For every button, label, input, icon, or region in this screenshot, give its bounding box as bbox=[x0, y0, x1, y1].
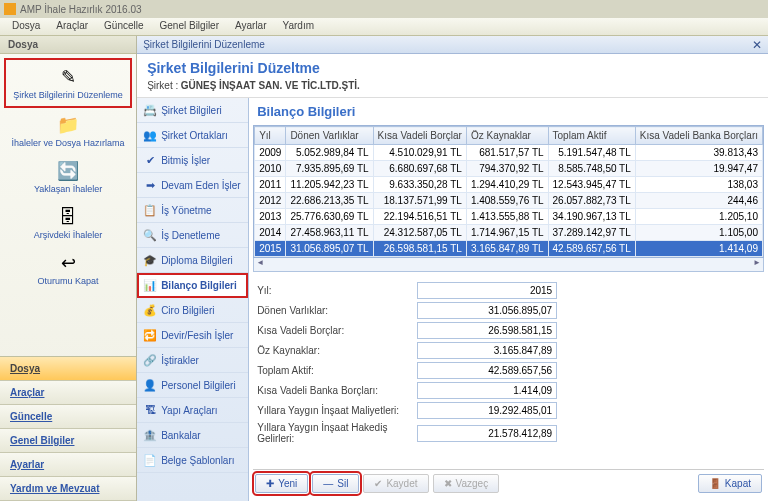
horizontal-scrollbar[interactable] bbox=[253, 258, 764, 272]
app-icon bbox=[4, 3, 16, 15]
column-header[interactable]: Kısa Vadeli Borçlar bbox=[373, 127, 466, 145]
quick-label: Yaklaşan İhaleler bbox=[34, 184, 102, 194]
table-row[interactable]: 201325.776.630,69 TL22.194.516,51 TL1.41… bbox=[255, 209, 763, 225]
form-label: Öz Kaynaklar: bbox=[257, 345, 417, 356]
cancel-icon: ✖ bbox=[444, 478, 452, 489]
form-value[interactable]: 42.589.657,56 bbox=[417, 362, 557, 379]
kaydet-button[interactable]: ✔Kaydet bbox=[363, 474, 428, 493]
menu-güncelle[interactable]: Güncelle bbox=[96, 18, 151, 35]
side-icon: 👤 bbox=[143, 378, 157, 392]
form-row: Yıl:2015 bbox=[257, 282, 760, 299]
nav-ayarlar[interactable]: Ayarlar bbox=[0, 453, 136, 477]
side-item[interactable]: 📇Şirket Bilgileri bbox=[137, 98, 248, 123]
form-row: Kısa Vadeli Borçlar:26.598.581,15 bbox=[257, 322, 760, 339]
yeni-button[interactable]: ✚Yeni bbox=[255, 474, 308, 493]
plus-icon: ✚ bbox=[266, 478, 274, 489]
column-header[interactable]: Kısa Vadeli Banka Borçları bbox=[635, 127, 762, 145]
workspace: Dosya ✎Şirket Bilgilerini Düzenleme📁İhal… bbox=[0, 36, 768, 501]
form-value[interactable]: 3.165.847,89 bbox=[417, 342, 557, 359]
side-item[interactable]: 📋İş Yönetme bbox=[137, 198, 248, 223]
side-icon: 🔗 bbox=[143, 353, 157, 367]
table-row[interactable]: 201427.458.963,11 TL24.312.587,05 TL1.71… bbox=[255, 225, 763, 241]
table-row[interactable]: 201531.056.895,07 TL26.598.581,15 TL3.16… bbox=[255, 241, 763, 257]
side-item[interactable]: 🔁Devir/Fesih İşler bbox=[137, 323, 248, 348]
quick-link[interactable]: 🗄Arşivdeki İhaleler bbox=[4, 200, 132, 246]
menu-genel bilgiler[interactable]: Genel Bilgiler bbox=[152, 18, 227, 35]
menu-ayarlar[interactable]: Ayarlar bbox=[227, 18, 275, 35]
dialog-body: 📇Şirket Bilgileri👥Şirket Ortakları✔Bitmi… bbox=[137, 98, 768, 501]
side-item[interactable]: ✔Bitmiş İşler bbox=[137, 148, 248, 173]
nav-güncelle[interactable]: Güncelle bbox=[0, 405, 136, 429]
app-title: AMP İhale Hazırlık 2016.03 bbox=[20, 4, 142, 15]
kapat-button[interactable]: 🚪Kapat bbox=[698, 474, 762, 493]
side-item[interactable]: 🔍İş Denetleme bbox=[137, 223, 248, 248]
content-heading: Bilanço Bilgileri bbox=[253, 102, 764, 125]
table-row[interactable]: 201222.686.213,35 TL18.137.571,99 TL1.40… bbox=[255, 193, 763, 209]
quick-link[interactable]: ↩Oturumu Kapat bbox=[4, 246, 132, 292]
side-item[interactable]: 📄Belge Şablonları bbox=[137, 448, 248, 473]
quick-link[interactable]: 📁İhaleler ve Dosya Hazırlama bbox=[4, 108, 132, 154]
side-item[interactable]: 🏗Yapı Araçları bbox=[137, 398, 248, 423]
side-item[interactable]: 🏦Bankalar bbox=[137, 423, 248, 448]
side-label: Devam Eden İşler bbox=[161, 180, 240, 191]
side-icon: 👥 bbox=[143, 128, 157, 142]
side-item[interactable]: 💰Ciro Bilgileri bbox=[137, 298, 248, 323]
panel-header: Dosya bbox=[0, 36, 136, 54]
side-item[interactable]: 🔗İştirakler bbox=[137, 348, 248, 373]
form-value[interactable]: 1.414,09 bbox=[417, 382, 557, 399]
form-label: Yıllara Yaygın İnşaat Hakediş Gelirleri: bbox=[257, 422, 417, 444]
side-label: Şirket Ortakları bbox=[161, 130, 228, 141]
form-label: Kısa Vadeli Borçlar: bbox=[257, 325, 417, 336]
form-row: Dönen Varlıklar:31.056.895,07 bbox=[257, 302, 760, 319]
menu-dosya[interactable]: Dosya bbox=[4, 18, 48, 35]
quick-link[interactable]: ✎Şirket Bilgilerini Düzenleme bbox=[4, 58, 132, 108]
side-label: Ciro Bilgileri bbox=[161, 305, 214, 316]
column-header[interactable]: Yıl bbox=[255, 127, 286, 145]
menu-yardım[interactable]: Yardım bbox=[275, 18, 323, 35]
quick-label: Şirket Bilgilerini Düzenleme bbox=[13, 90, 123, 100]
close-icon[interactable]: ✕ bbox=[752, 38, 762, 52]
column-header[interactable]: Dönen Varlıklar bbox=[286, 127, 373, 145]
vazgec-button[interactable]: ✖Vazgeç bbox=[433, 474, 500, 493]
dialog-header: Şirket Bilgilerini Düzeltme Şirket : GÜN… bbox=[137, 54, 768, 98]
grid[interactable]: YılDönen VarlıklarKısa Vadeli BorçlarÖz … bbox=[253, 125, 764, 258]
table-row[interactable]: 20107.935.895,69 TL6.680.697,68 TL794.37… bbox=[255, 161, 763, 177]
nav-dosya[interactable]: Dosya bbox=[0, 357, 136, 381]
side-item[interactable]: 👥Şirket Ortakları bbox=[137, 123, 248, 148]
form-value[interactable]: 19.292.485,01 bbox=[417, 402, 557, 419]
form-value[interactable]: 2015 bbox=[417, 282, 557, 299]
side-icon: 🎓 bbox=[143, 253, 157, 267]
side-icon: 📄 bbox=[143, 453, 157, 467]
side-icon: 💰 bbox=[143, 303, 157, 317]
button-bar: ✚Yeni —Sil ✔Kaydet ✖Vazgeç 🚪Kapat bbox=[253, 469, 764, 497]
quick-label: Oturumu Kapat bbox=[38, 276, 99, 286]
sil-button[interactable]: —Sil bbox=[312, 474, 359, 493]
form-label: Yıllara Yaygın İnşaat Maliyetleri: bbox=[257, 405, 417, 416]
door-icon: 🚪 bbox=[709, 478, 721, 489]
menu-araçlar[interactable]: Araçlar bbox=[48, 18, 96, 35]
form-value[interactable]: 26.598.581,15 bbox=[417, 322, 557, 339]
side-item[interactable]: 📊Bilanço Bilgileri bbox=[137, 273, 248, 298]
column-header[interactable]: Öz Kaynaklar bbox=[466, 127, 548, 145]
quick-link[interactable]: 🔄Yaklaşan İhaleler bbox=[4, 154, 132, 200]
table-row[interactable]: 20095.052.989,84 TL4.510.029,91 TL681.51… bbox=[255, 145, 763, 161]
quick-icon: 📁 bbox=[54, 114, 82, 136]
form-value[interactable]: 31.056.895,07 bbox=[417, 302, 557, 319]
nav-araçlar[interactable]: Araçlar bbox=[0, 381, 136, 405]
side-item[interactable]: ➡Devam Eden İşler bbox=[137, 173, 248, 198]
table-row[interactable]: 201111.205.942,23 TL9.633.350,28 TL1.294… bbox=[255, 177, 763, 193]
nav-genel-bilgiler[interactable]: Genel Bilgiler bbox=[0, 429, 136, 453]
form-row: Toplam Aktif:42.589.657,56 bbox=[257, 362, 760, 379]
form-row: Yıllara Yaygın İnşaat Hakediş Gelirleri:… bbox=[257, 422, 760, 444]
side-nav: 📇Şirket Bilgileri👥Şirket Ortakları✔Bitmi… bbox=[137, 98, 249, 501]
side-icon: ✔ bbox=[143, 153, 157, 167]
nav-yardım-ve-mevzuat[interactable]: Yardım ve Mevzuat bbox=[0, 477, 136, 501]
quick-icon: 🔄 bbox=[54, 160, 82, 182]
side-icon: 🏦 bbox=[143, 428, 157, 442]
side-item[interactable]: 👤Personel Bilgileri bbox=[137, 373, 248, 398]
content: Bilanço Bilgileri YılDönen VarlıklarKısa… bbox=[249, 98, 768, 501]
form-value[interactable]: 21.578.412,89 bbox=[417, 425, 557, 442]
side-label: Belge Şablonları bbox=[161, 455, 234, 466]
column-header[interactable]: Toplam Aktif bbox=[548, 127, 635, 145]
side-item[interactable]: 🎓Diploma Bilgileri bbox=[137, 248, 248, 273]
